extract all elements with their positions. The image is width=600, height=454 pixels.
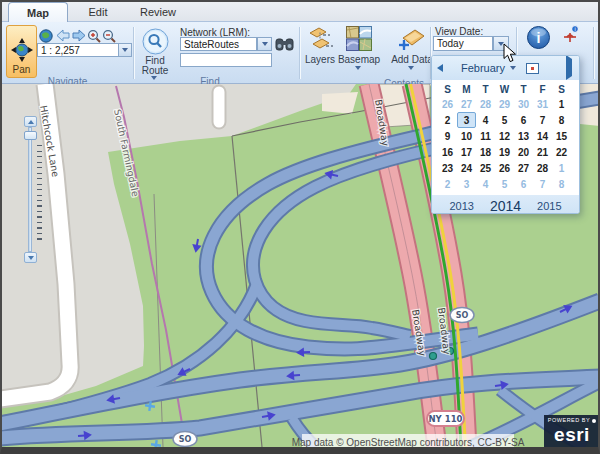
calendar-date[interactable]: 8 <box>552 112 571 128</box>
calendar-date[interactable]: 6 <box>514 112 533 128</box>
identify-info-button[interactable]: i <box>527 26 550 49</box>
calendar-date[interactable]: 2 <box>438 112 457 128</box>
zoom-slider-up-button[interactable] <box>24 116 37 127</box>
map-zoom-slider[interactable] <box>24 116 38 263</box>
find-route-menu-caret[interactable] <box>151 76 157 80</box>
zoom-slider-handle[interactable] <box>24 131 37 140</box>
calendar-date[interactable]: 3 <box>457 176 476 192</box>
next-extent-icon[interactable] <box>71 28 86 43</box>
basemap-menu-caret[interactable] <box>355 66 361 70</box>
calendar-date[interactable]: 19 <box>495 144 514 160</box>
calendar-date[interactable]: 7 <box>533 176 552 192</box>
add-data-menu-caret[interactable] <box>408 66 414 70</box>
calendar-day-header: S <box>438 82 457 96</box>
calendar-date[interactable]: 1 <box>552 96 571 112</box>
network-dropdown-button[interactable] <box>257 37 272 51</box>
calendar-date[interactable]: 18 <box>476 144 495 160</box>
calendar-years-row: 201320142015 <box>432 195 579 214</box>
calendar-date[interactable]: 10 <box>457 128 476 144</box>
zoom-slider-down-button[interactable] <box>24 252 37 263</box>
zoom-slider-ticks <box>37 145 42 243</box>
calendar-date[interactable]: 13 <box>514 128 533 144</box>
calendar-date[interactable]: 6 <box>514 176 533 192</box>
map-attribution: Map data © OpenStreetMap contributors, C… <box>302 434 514 447</box>
calendar-grid-icon[interactable] <box>526 63 539 74</box>
calendar-date[interactable]: 5 <box>495 112 514 128</box>
full-extent-globe-icon[interactable] <box>38 28 53 43</box>
calendar-date[interactable]: 9 <box>438 128 457 144</box>
scale-input[interactable]: 1 : 2,257 <box>37 43 119 57</box>
view-date-input[interactable]: Today <box>433 36 493 51</box>
calendar-date[interactable]: 31 <box>533 96 552 112</box>
layers-button[interactable] <box>306 26 334 53</box>
zoom-out-icon[interactable] <box>101 28 116 43</box>
calendar-date[interactable]: 8 <box>552 176 571 192</box>
calendar-date[interactable]: 2 <box>438 176 457 192</box>
calendar-day-header: M <box>457 82 476 96</box>
add-data-button[interactable] <box>397 26 426 52</box>
calendar-date[interactable]: 29 <box>495 96 514 112</box>
calendar-date[interactable]: 26 <box>438 96 457 112</box>
calendar-date[interactable]: 27 <box>514 160 533 176</box>
calendar-date[interactable]: 20 <box>514 144 533 160</box>
calendar-date[interactable]: 30 <box>514 96 533 112</box>
tab-map[interactable]: Map <box>8 2 68 22</box>
previous-extent-icon[interactable] <box>55 28 70 43</box>
view-date-dropdown-button[interactable] <box>493 36 509 51</box>
calendar-date[interactable]: 28 <box>476 96 495 112</box>
pan-label: Pan <box>13 64 31 75</box>
calendar-year-selected[interactable]: 2014 <box>490 198 521 214</box>
find-route-label-2: Route <box>133 65 177 76</box>
chevron-down-icon <box>510 66 516 70</box>
calendar-date[interactable]: 7 <box>533 112 552 128</box>
calendar-next-month-arrow[interactable] <box>566 55 572 80</box>
calendar-date[interactable]: 11 <box>476 128 495 144</box>
svg-text:i: i <box>537 30 541 46</box>
svg-text:NY 110: NY 110 <box>429 414 463 424</box>
scale-dropdown-button[interactable] <box>118 43 132 57</box>
group-separator <box>593 27 594 79</box>
calendar-day-header: W <box>495 82 514 96</box>
tab-edit[interactable]: Edit <box>72 2 124 22</box>
calendar-date[interactable]: 26 <box>495 160 514 176</box>
calendar-date[interactable]: 17 <box>457 144 476 160</box>
pan-tool-button[interactable]: Pan <box>6 25 37 78</box>
calendar-date[interactable]: 16 <box>438 144 457 160</box>
calendar-date[interactable]: 4 <box>476 176 495 192</box>
calendar-date[interactable]: 21 <box>533 144 552 160</box>
calendar-date[interactable]: 23 <box>438 160 457 176</box>
calendar-date[interactable]: 28 <box>533 160 552 176</box>
ribbon-tabbar: Map Edit Review <box>0 0 600 22</box>
calendar-date-selected[interactable]: 3 <box>457 112 476 128</box>
calendar-date[interactable]: 14 <box>533 128 552 144</box>
calendar-month-dropdown[interactable]: February <box>461 62 516 74</box>
find-route-button[interactable] <box>141 27 169 55</box>
calendar-date[interactable]: 22 <box>552 144 571 160</box>
pin-info-tool-icon[interactable]: i <box>562 25 580 43</box>
calendar-date[interactable]: 15 <box>552 128 571 144</box>
route-shield-ny110: NY 110 <box>427 411 464 426</box>
tab-review[interactable]: Review <box>128 2 188 22</box>
search-binoculars-icon[interactable] <box>275 35 294 52</box>
calendar-date[interactable]: 4 <box>476 112 495 128</box>
calendar-date[interactable]: 27 <box>457 96 476 112</box>
basemap-button[interactable] <box>345 25 372 51</box>
calendar-header: February <box>432 56 579 80</box>
zoom-slider-track[interactable] <box>28 127 32 252</box>
calibration-point[interactable] <box>430 353 437 360</box>
calendar-date[interactable]: 25 <box>476 160 495 176</box>
calendar-year[interactable]: 2013 <box>449 200 473 212</box>
calendar-year[interactable]: 2015 <box>537 200 561 212</box>
layers-icon <box>306 26 334 53</box>
route-search-input[interactable] <box>180 53 272 67</box>
calendar-date[interactable]: 12 <box>495 128 514 144</box>
network-combo-input[interactable]: StateRoutes <box>180 37 257 51</box>
calendar-prev-month-arrow[interactable] <box>437 64 443 72</box>
calendar-date[interactable]: 5 <box>495 176 514 192</box>
chevron-down-icon <box>262 42 268 46</box>
esri-brand: esri <box>554 425 590 444</box>
calendar-date[interactable]: 24 <box>457 160 476 176</box>
zoom-in-icon[interactable] <box>86 28 101 43</box>
calendar-date[interactable]: 1 <box>552 160 571 176</box>
calendar-day-header: T <box>476 82 495 96</box>
